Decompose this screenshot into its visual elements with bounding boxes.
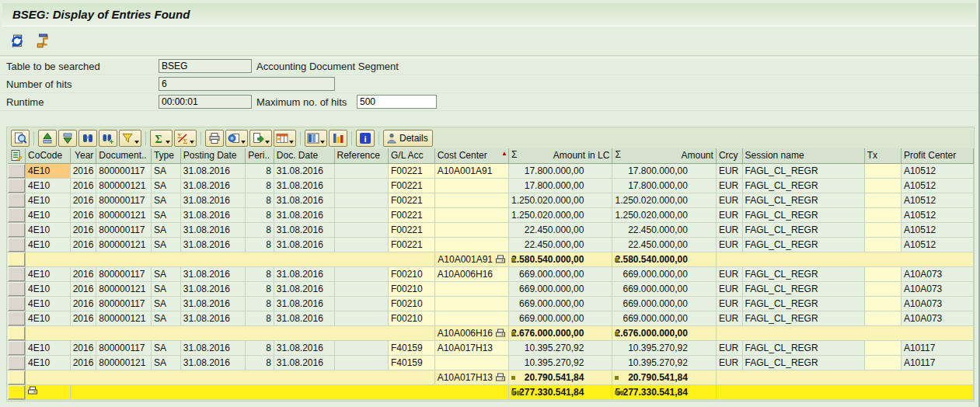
print-button[interactable] — [205, 130, 224, 147]
cell-profit-center[interactable]: A10117 — [901, 355, 973, 370]
cell-posting-date[interactable]: 31.08.2016 — [180, 207, 245, 222]
cell-amount-in-lc[interactable]: 669.000.000,00 — [509, 281, 612, 296]
export-button[interactable] — [249, 130, 272, 147]
sum-button[interactable]: Σ — [150, 130, 173, 147]
cell-session-name[interactable]: FAGL_CL_REGR — [742, 296, 864, 311]
cell-g-l-acc[interactable]: F00221 — [389, 178, 435, 193]
cell-tx[interactable] — [864, 355, 901, 370]
cell-amount[interactable]: 1.250.020.000,00 — [612, 207, 716, 222]
runtime-field[interactable] — [159, 95, 252, 109]
cell-session-name[interactable]: FAGL_CL_REGR — [742, 193, 864, 207]
cell-cost-center[interactable] — [434, 207, 508, 222]
row-select-button[interactable] — [8, 163, 26, 178]
cell-amount[interactable]: 22.450.000,00 — [612, 222, 716, 237]
cell-crcy[interactable]: EUR — [716, 266, 742, 281]
cell-doc-date[interactable]: 31.08.2016 — [274, 311, 334, 325]
column-header-session-name[interactable]: Session name — [742, 148, 864, 163]
cell-amount-in-lc[interactable]: 22.450.000,00 — [509, 222, 612, 237]
table-name-field[interactable] — [159, 59, 252, 73]
cell-cocode[interactable]: 4E10 — [26, 237, 71, 252]
total-amount-cell[interactable]: 5.277.330.541,84 — [509, 384, 612, 399]
cell-crcy[interactable]: EUR — [716, 237, 742, 252]
cell-amount[interactable]: 22.450.000,00 — [612, 237, 716, 252]
cell-cocode[interactable]: 4E10 — [26, 178, 71, 193]
cell-session-name[interactable]: FAGL_CL_REGR — [742, 266, 864, 281]
cell-posting-date[interactable]: 31.08.2016 — [180, 163, 245, 178]
cell-crcy[interactable]: EUR — [716, 355, 742, 370]
cell-document[interactable]: 800000121 — [96, 281, 152, 296]
cell-document[interactable]: 800000117 — [96, 163, 152, 178]
cell-reference[interactable] — [334, 296, 388, 311]
cell-type[interactable]: SA — [151, 355, 180, 370]
cell-cost-center[interactable] — [434, 311, 508, 325]
total-amount-cell[interactable]: 2.676.000.000,00 — [612, 325, 716, 340]
cell-type[interactable]: SA — [151, 281, 180, 296]
cell-crcy[interactable]: EUR — [716, 193, 742, 207]
column-header-doc-date[interactable]: Doc. Date — [274, 148, 334, 163]
total-amount-cell[interactable]: 20.790.541,84 — [612, 370, 716, 384]
cell-document[interactable]: 800000121 — [96, 207, 152, 222]
subtotal-label-cell[interactable]: A10A017H13 — [434, 370, 508, 384]
total-amount-cell[interactable]: 2.580.540.000,00 — [612, 252, 716, 266]
cell-amount[interactable]: 10.395.270,92 — [612, 355, 716, 370]
cell-g-l-acc[interactable]: F00210 — [389, 266, 435, 281]
cell-posting-date[interactable]: 31.08.2016 — [180, 340, 245, 355]
cell-profit-center[interactable]: A10117 — [901, 340, 973, 355]
cell-session-name[interactable]: FAGL_CL_REGR — [742, 340, 864, 355]
cell-crcy[interactable]: EUR — [716, 178, 742, 193]
cell-doc-date[interactable]: 31.08.2016 — [274, 222, 334, 237]
cell-document[interactable]: 800000121 — [96, 237, 152, 252]
cell-year[interactable]: 2016 — [70, 222, 96, 237]
cell-crcy[interactable]: EUR — [716, 311, 742, 325]
cell-g-l-acc[interactable]: F00210 — [389, 311, 435, 325]
cell-g-l-acc[interactable]: F00221 — [389, 163, 435, 178]
subtotals-button[interactable]: ΣΣ — [174, 130, 197, 147]
cell-profit-center[interactable]: A10512 — [901, 222, 973, 237]
cell-peri[interactable]: 8 — [246, 178, 274, 193]
cell-posting-date[interactable]: 31.08.2016 — [180, 296, 245, 311]
cell-g-l-acc[interactable]: F40159 — [389, 355, 435, 370]
cell-doc-date[interactable]: 31.08.2016 — [274, 207, 334, 222]
cell-cost-center[interactable] — [434, 237, 508, 252]
cell-cocode[interactable]: 4E10 — [26, 222, 71, 237]
row-select-button[interactable] — [8, 370, 26, 384]
cell-session-name[interactable]: FAGL_CL_REGR — [742, 163, 864, 178]
cell-session-name[interactable]: FAGL_CL_REGR — [742, 355, 864, 370]
cell-crcy[interactable]: EUR — [716, 222, 742, 237]
cell-cost-center[interactable] — [434, 281, 508, 296]
cell-year[interactable]: 2016 — [70, 266, 96, 281]
row-select-button[interactable] — [8, 222, 26, 237]
total-amount-cell[interactable]: 2.676.000.000,00 — [509, 325, 612, 340]
cell-amount-in-lc[interactable]: 669.000.000,00 — [509, 311, 612, 325]
views-button[interactable] — [225, 130, 248, 147]
cell-cost-center[interactable]: A10A006H16 — [434, 266, 508, 281]
column-header-amount[interactable]: ΣAmount — [612, 148, 716, 163]
select-all-corner-button[interactable] — [8, 148, 26, 163]
cell-peri[interactable]: 8 — [246, 311, 274, 325]
row-select-button[interactable] — [8, 237, 26, 252]
cell-cost-center[interactable] — [434, 193, 508, 207]
cell-amount-in-lc[interactable]: 1.250.020.000,00 — [509, 193, 612, 207]
cell-peri[interactable]: 8 — [246, 193, 274, 207]
row-select-button[interactable] — [8, 355, 26, 370]
cell-type[interactable]: SA — [151, 193, 180, 207]
cell-session-name[interactable]: FAGL_CL_REGR — [742, 281, 864, 296]
total-amount-cell[interactable]: 2.580.540.000,00 — [509, 252, 612, 266]
max-hits-field[interactable] — [357, 95, 437, 109]
cell-profit-center[interactable]: A10512 — [901, 193, 973, 207]
cell-reference[interactable] — [334, 207, 388, 222]
cell-g-l-acc[interactable]: F00221 — [389, 207, 435, 222]
cell-amount[interactable]: 669.000.000,00 — [612, 296, 716, 311]
cell-document[interactable]: 800000121 — [96, 178, 152, 193]
cell-cocode[interactable]: 4E10 — [26, 355, 71, 370]
cell-tx[interactable] — [864, 163, 901, 178]
cell-doc-date[interactable]: 31.08.2016 — [274, 237, 334, 252]
row-select-button[interactable] — [8, 193, 26, 207]
subtotal-label-cell[interactable]: A10A001A91 — [434, 252, 508, 266]
cell-amount-in-lc[interactable]: 669.000.000,00 — [509, 296, 612, 311]
cell-profit-center[interactable]: A10A073 — [901, 281, 973, 296]
cell-cost-center[interactable] — [434, 222, 508, 237]
cell-peri[interactable]: 8 — [246, 163, 274, 178]
cell-tx[interactable] — [864, 178, 901, 193]
drilldown-icon[interactable] — [495, 255, 506, 264]
